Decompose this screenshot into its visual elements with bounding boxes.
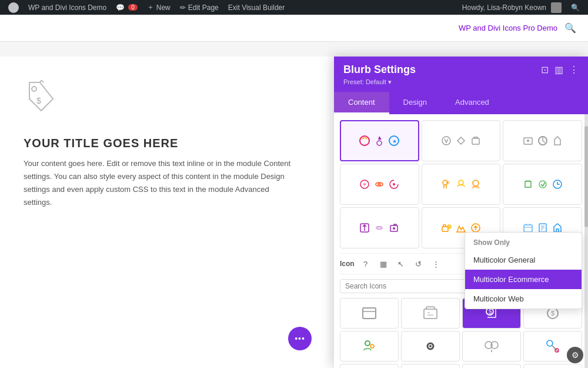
multicolor-icon-6a (522, 178, 534, 190)
svg-point-38 (370, 344, 374, 348)
panel-columns-icon[interactable]: ▥ (554, 64, 563, 75)
svg-point-2 (32, 87, 36, 91)
icon-grid-cell-7[interactable] (340, 207, 419, 248)
small-icon-6 (422, 337, 439, 355)
multicolor-icon-4b (373, 178, 385, 190)
multicolor-icon-7a (359, 222, 370, 234)
blurb-icon-area: $ (24, 80, 294, 125)
comment-icon: 💬 (116, 4, 125, 12)
exit-builder-item[interactable]: Exit Visual Builder (225, 0, 289, 15)
site-name-item[interactable]: WP and Divi Icons Demo (25, 0, 110, 15)
multicolor-icon-5c (470, 178, 482, 190)
panel-expand-icon[interactable]: ⊡ (541, 64, 549, 75)
wp-logo-icon: W (8, 2, 19, 13)
tab-design[interactable]: Design (389, 92, 441, 114)
small-icon-cell-11[interactable]: $ (462, 364, 521, 368)
multicolor-icon-3c (552, 135, 563, 147)
small-icon-5 (360, 337, 378, 355)
svg-rect-31 (363, 308, 376, 319)
fab-icon: ••• (295, 334, 305, 343)
search-icon-top[interactable]: 🔍 (564, 22, 576, 34)
panel-header-icons: ⊡ ▥ ⋮ (541, 64, 579, 75)
page-area: WP and Divi Icons Pro Demo 🔍 $ YOUR TITL… (0, 15, 588, 368)
small-icon-cell-5[interactable] (340, 331, 399, 362)
user-greeting-item[interactable]: Howdy, Lisa-Robyn Keown (459, 2, 565, 13)
icon-grid-cell-1[interactable]: ★ (340, 120, 419, 161)
icon-help-btn[interactable]: ? (359, 257, 372, 270)
admin-bar: W WP and Divi Icons Demo 💬 0 ＋ New ✏ Edi… (0, 0, 588, 15)
panel-more-icon[interactable]: ⋮ (569, 64, 579, 75)
multicolor-icon-5a (440, 178, 452, 190)
svg-text:W: W (12, 5, 16, 11)
icon-more-btn[interactable]: ⋮ (430, 257, 443, 270)
small-icon-2 (422, 304, 439, 322)
dropdown-header: Show Only (465, 233, 582, 250)
icon-rotate-btn[interactable]: ↺ (412, 257, 425, 270)
panel-tabs: Content Design Advanced (334, 92, 588, 114)
exit-builder-label: Exit Visual Builder (228, 4, 285, 12)
svg-text:$: $ (36, 96, 41, 105)
panel-header: Blurb Settings ⊡ ▥ ⋮ Preset: Default ▾ (334, 57, 588, 92)
multicolor-icon-3a (522, 135, 534, 147)
multicolor-icon-2b (455, 135, 467, 147)
edit-page-item[interactable]: ✏ Edit Page (176, 0, 222, 15)
small-icon-cell-12[interactable] (523, 364, 582, 368)
small-icon-8 (544, 337, 562, 355)
small-icon-cell-1[interactable] (340, 298, 399, 329)
icon-toolbar-label: Icon (340, 260, 355, 268)
wp-logo-item[interactable]: W (5, 0, 22, 15)
panel-preset: Preset: Default ▾ (343, 78, 579, 86)
icon-grid-cell-2[interactable] (422, 120, 501, 161)
svg-point-37 (365, 341, 370, 346)
icon-cursor-btn[interactable]: ↖ (395, 257, 407, 270)
small-icon-cell-7[interactable] (462, 331, 521, 362)
multicolor-icon-4a (359, 178, 370, 190)
small-icon-cell-9[interactable] (340, 364, 399, 368)
svg-point-6 (377, 141, 382, 145)
scrollbar-track (584, 114, 588, 368)
multicolor-icon-2c (470, 135, 482, 147)
multicolor-icon-5b (455, 178, 467, 190)
svg-marker-5 (378, 136, 382, 140)
bottom-right-button[interactable]: ⚙ (567, 347, 583, 363)
dropdown-item-web[interactable]: Multicolor Web (465, 289, 582, 309)
small-icon-cell-2[interactable] (401, 298, 460, 329)
plus-icon: ＋ (147, 2, 154, 12)
comment-badge: 0 (128, 4, 138, 11)
multicolor-icon-6c (552, 178, 563, 190)
icon-grid-btn[interactable]: ▦ (377, 257, 390, 270)
svg-point-16 (393, 183, 395, 185)
filter-dropdown: Show Only Multicolor General Multicolor … (465, 232, 582, 309)
svg-text:$: $ (551, 310, 554, 317)
tab-advanced[interactable]: Advanced (441, 92, 503, 114)
svg-text:$: $ (489, 309, 492, 315)
small-icon-cell-10[interactable] (401, 364, 460, 368)
settings-panel: Blurb Settings ⊡ ▥ ⋮ Preset: Default ▾ C… (334, 57, 588, 368)
user-avatar-icon (551, 2, 562, 13)
svg-rect-32 (424, 309, 437, 319)
svg-point-25 (393, 227, 395, 230)
small-icon-cell-6[interactable] (401, 331, 460, 362)
svg-point-43 (547, 340, 553, 346)
svg-text:★: ★ (392, 138, 397, 144)
comments-item[interactable]: 💬 0 (112, 0, 141, 15)
icon-grid-cell-5[interactable] (422, 164, 501, 205)
new-item[interactable]: ＋ New (143, 0, 174, 15)
tab-content[interactable]: Content (334, 92, 389, 114)
dropdown-item-ecommerce[interactable]: Multicolor Ecommerce (465, 270, 582, 289)
fab-button[interactable]: ••• (288, 327, 312, 350)
icon-grid-cell-6[interactable] (503, 164, 582, 205)
icon-grid-cell-4[interactable] (340, 164, 419, 205)
preset-label[interactable]: Preset: Default (343, 78, 386, 85)
wrench-icon: ⚙ (572, 350, 579, 360)
dropdown-item-general[interactable]: Multicolor General (465, 250, 582, 270)
scrollbar-thumb[interactable] (584, 126, 588, 227)
preset-chevron: ▾ (388, 78, 392, 85)
svg-point-20 (473, 180, 479, 186)
multicolor-icon-1b (373, 135, 385, 147)
demo-link[interactable]: WP and Divi Icons Pro Demo (459, 24, 557, 32)
svg-rect-10 (472, 138, 479, 144)
icon-grid-cell-3[interactable] (503, 120, 582, 161)
svg-point-9 (442, 137, 450, 145)
admin-search-item[interactable]: 🔍 (567, 4, 583, 12)
